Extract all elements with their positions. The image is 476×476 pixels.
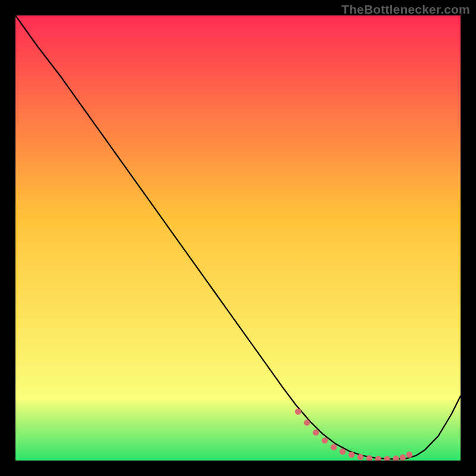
marker-dot [304, 419, 310, 425]
chart-svg [15, 15, 461, 461]
marker-dot [340, 449, 346, 455]
marker-dot [406, 452, 412, 458]
gradient-background [15, 15, 461, 461]
marker-dot [400, 455, 406, 461]
marker-dot [295, 409, 301, 415]
watermark-text: TheBottlenecker.com [342, 2, 470, 17]
marker-dot [313, 430, 319, 436]
marker-dot [331, 444, 337, 450]
marker-dot [358, 454, 364, 460]
chart-container: TheBottlenecker.com [0, 0, 476, 476]
marker-dot [349, 452, 355, 458]
plot-area [15, 15, 461, 461]
marker-dot [322, 437, 328, 443]
